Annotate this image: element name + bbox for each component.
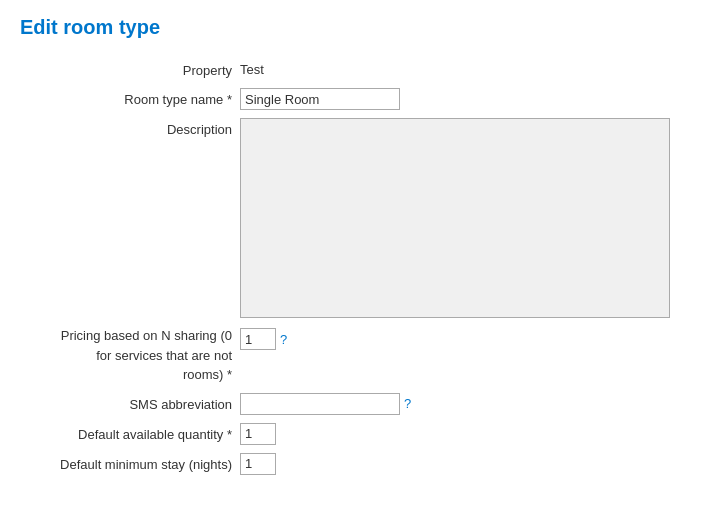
pricing-label: Pricing based on N sharing (0 for servic…: [20, 326, 240, 385]
room-type-name-row: Room type name *: [20, 88, 698, 110]
pricing-row: Pricing based on N sharing (0 for servic…: [20, 326, 698, 385]
description-label: Description: [20, 118, 240, 139]
page-title: Edit room type: [20, 16, 698, 39]
property-row: Property Test: [20, 59, 698, 80]
description-row: Description: [20, 118, 698, 318]
pricing-n-sharing-input[interactable]: [240, 328, 276, 350]
sms-help-link[interactable]: ?: [404, 396, 411, 411]
edit-room-type-form: Property Test Room type name * Descripti…: [20, 59, 698, 475]
property-value: Test: [240, 59, 264, 77]
default-min-stay-row: Default minimum stay (nights): [20, 453, 698, 475]
default-min-stay-input[interactable]: [240, 453, 276, 475]
sms-abbreviation-row: SMS abbreviation ?: [20, 393, 698, 415]
property-label: Property: [20, 59, 240, 80]
room-type-name-input[interactable]: [240, 88, 400, 110]
sms-abbreviation-input[interactable]: [240, 393, 400, 415]
default-min-stay-label: Default minimum stay (nights): [20, 453, 240, 474]
pricing-help-link[interactable]: ?: [280, 332, 287, 347]
sms-abbreviation-label: SMS abbreviation: [20, 393, 240, 414]
room-type-name-label: Room type name *: [20, 88, 240, 109]
description-textarea[interactable]: [240, 118, 670, 318]
default-qty-row: Default available quantity *: [20, 423, 698, 445]
default-qty-input[interactable]: [240, 423, 276, 445]
default-qty-label: Default available quantity *: [20, 423, 240, 444]
